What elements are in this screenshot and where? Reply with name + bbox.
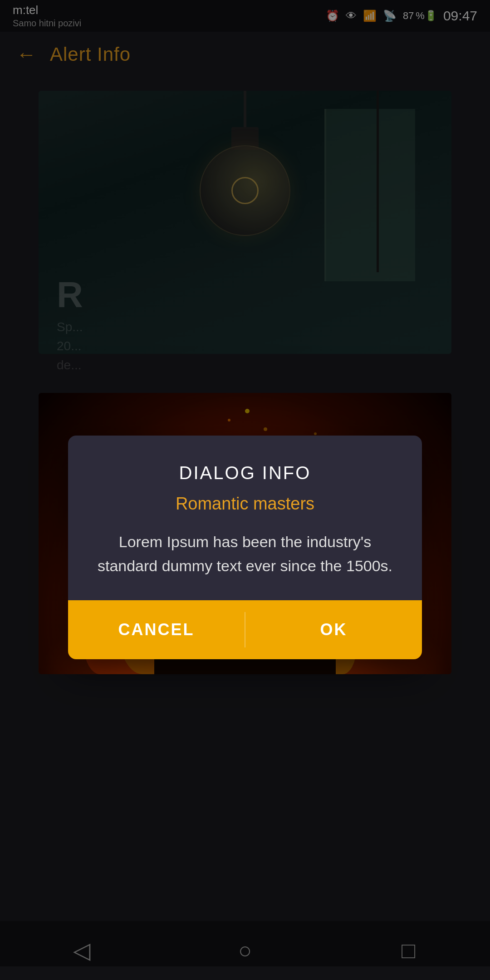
bg-window	[324, 109, 415, 281]
status-bar: m:tel Samo hitni pozivi ⏰ 👁 📶 📡 87%🔋 09:…	[0, 0, 490, 32]
battery-level: 87	[403, 10, 414, 22]
svg-point-1	[228, 419, 230, 421]
nav-recent-icon: □	[402, 937, 415, 964]
bulb-globe	[200, 145, 290, 236]
dialog-message: Lorem Ipsum has been the industry's stan…	[91, 530, 399, 578]
dialog: DIALOG INFO Romantic masters Lorem Ipsum…	[68, 436, 422, 659]
wifi-icon: 📶	[363, 10, 377, 22]
dialog-body: DIALOG INFO Romantic masters Lorem Ipsum…	[68, 436, 422, 600]
app-bar: ← Alert Info	[0, 32, 490, 77]
nav-home-button[interactable]: ○	[218, 932, 272, 969]
nav-recent-button[interactable]: □	[381, 932, 436, 969]
nav-back-icon: ◁	[73, 937, 90, 964]
battery-icon: 87%🔋	[403, 10, 437, 22]
nav-home-icon: ○	[238, 937, 252, 964]
spacer	[0, 674, 490, 747]
card-title: R	[57, 277, 433, 313]
bg-cord-right	[377, 91, 379, 272]
svg-point-8	[314, 432, 317, 435]
svg-point-4	[245, 409, 250, 413]
cancel-button[interactable]: CANCEL	[68, 600, 245, 659]
main-content: DIALOG INFO Romantic masters Lorem Ipsum…	[0, 91, 490, 747]
dialog-actions: CANCEL OK	[68, 600, 422, 659]
back-button[interactable]: ←	[16, 43, 36, 66]
status-right: ⏰ 👁 📶 📡 87%🔋 09:47	[326, 8, 477, 24]
nav-back-button[interactable]: ◁	[54, 932, 109, 969]
eye-icon: 👁	[346, 10, 357, 22]
status-left: m:tel Samo hitni pozivi	[13, 3, 81, 29]
dialog-subtitle: Romantic masters	[91, 494, 399, 514]
status-subtext: Samo hitni pozivi	[13, 18, 81, 29]
carrier-name: m:tel	[13, 3, 81, 17]
nav-bar: ◁ ○ □	[0, 921, 490, 980]
page-title: Alert Info	[50, 44, 131, 65]
status-time: 09:47	[443, 8, 477, 24]
dialog-title: DIALOG INFO	[91, 463, 399, 483]
ok-button[interactable]: OK	[245, 600, 422, 659]
alarm-icon: ⏰	[326, 10, 339, 22]
signal-icon: 📡	[383, 10, 397, 22]
bulb-filament	[231, 177, 259, 204]
content-card-area: R Sp...20...de...	[39, 263, 451, 388]
card-description: Sp...20...de...	[57, 318, 433, 375]
svg-point-2	[264, 427, 267, 431]
bulb-cord	[244, 91, 246, 127]
